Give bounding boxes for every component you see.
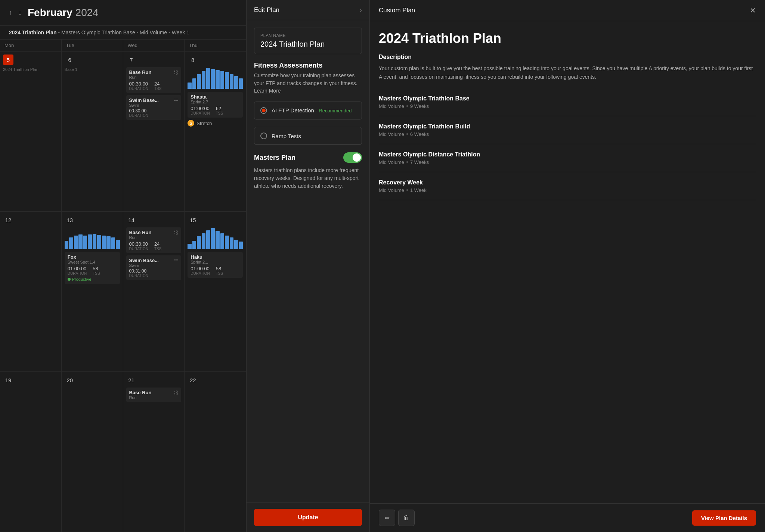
component-build-name: Masters Olympic Triathlon Build [379, 123, 756, 130]
chart-day-8 [188, 67, 243, 90]
custom-plan-title: Custom Plan [379, 7, 415, 14]
swim-base-7[interactable]: Swim Base... Swim ≡≡ 00:30:00 DURATION [126, 95, 182, 120]
edit-button[interactable]: ✏ [379, 510, 395, 526]
learn-more-link[interactable]: Learn More [254, 88, 281, 94]
swim-base-14[interactable]: Swim Base... Swim ≡≡ 00:31:00 DURATION [126, 255, 182, 280]
day-header-thu: Thu [185, 40, 246, 51]
day-number-22: 22 [188, 375, 198, 385]
swim-base-14-sub: Swim [129, 263, 159, 268]
plan-main-title: 2024 Triathlon Plan [379, 30, 756, 46]
description-section: Description Your custom plan is built to… [379, 54, 756, 81]
day-number-6: 6 [65, 55, 75, 65]
ai-ftp-label: AI FTP Detection [272, 107, 314, 113]
ramp-tests-radio[interactable] [260, 133, 267, 139]
workout-base-run-14[interactable]: Base Run Run ⛓ 00:30:00 DURATION 24 TSS [126, 227, 182, 253]
custom-plan-footer: ✏ 🗑 View Plan Details [370, 503, 765, 532]
edit-plan-body: PLAN NAME 2024 Triathlon Plan Fitness As… [247, 20, 369, 503]
haku-name: Haku [191, 254, 240, 260]
edit-plan-panel: Edit Plan › PLAN NAME 2024 Triathlon Pla… [247, 0, 370, 532]
workout-haku[interactable]: Haku Sprint 2.1 01:00:00 DURATION 58 TSS [188, 252, 243, 278]
day-cell-15: 15 Haku Sprint 2.1 [185, 212, 246, 371]
dot-1 [406, 105, 408, 107]
ai-ftp-radio[interactable] [260, 107, 267, 114]
shasta-name: Shasta [191, 94, 240, 100]
month-title: February 2024 [28, 7, 99, 19]
calendar-section: ↑ ↓ February 2024 2024 Triathlon Plan - … [0, 0, 247, 532]
base-run-14-meta: 00:30:00 DURATION 24 TSS [129, 241, 179, 251]
ramp-tests-label: Ramp Tests [272, 133, 301, 139]
component-build-meta: Mid Volume 6 Weeks [379, 131, 756, 137]
workout-meta-7: 00:30:00 DURATION 24 TSS [129, 81, 179, 91]
day-number-7: 7 [126, 55, 137, 65]
day-cell-20: 20 [62, 372, 123, 532]
day-cell-8: 8 Shasta Sprint 2.7 [185, 52, 246, 211]
description-heading: Description [379, 54, 756, 60]
component-base-meta: Mid Volume 9 Weeks [379, 103, 756, 109]
component-build: Masters Olympic Triathlon Build Mid Volu… [379, 116, 756, 144]
week-row-3: 19 20 21 Base Run Run ⛓ 22 [0, 372, 246, 532]
component-distance: Masters Olympic Distance Triathlon Mid V… [379, 144, 756, 172]
day-cell-14: 14 Base Run Run ⛓ 00:30:00 DURATION [123, 212, 185, 371]
component-recovery-meta: Mid Volume 1 Week [379, 187, 756, 193]
workout-name-base-run-7: Base Run [129, 69, 152, 75]
update-button[interactable]: Update [254, 509, 362, 526]
day-cell-12: 12 [0, 212, 62, 371]
chart-day-13 [65, 227, 120, 250]
custom-plan-panel: Custom Plan ✕ 2024 Triathlon Plan Descri… [370, 0, 765, 532]
chart-day-15 [188, 227, 243, 250]
delete-button[interactable]: 🗑 [398, 510, 415, 526]
workout-type-run-7: Run [129, 75, 152, 80]
bars-icon-7: ≡≡ [173, 97, 178, 102]
day-5-plan-label: 2024 Triathlon Plan [3, 67, 58, 72]
base-run-14-type: Run [129, 235, 152, 240]
plan-banner: 2024 Triathlon Plan - Masters Olympic Tr… [0, 26, 246, 40]
view-plan-details-button[interactable]: View Plan Details [692, 510, 756, 526]
workout-base-run-21[interactable]: Base Run Run ⛓ [126, 388, 182, 402]
day-cell-6: 6 Base 1 [62, 52, 123, 211]
fox-name: Fox [68, 254, 117, 260]
day-header-mon: Mon [0, 40, 62, 51]
close-button[interactable]: ✕ [750, 6, 756, 15]
ai-ftp-option[interactable]: AI FTP Detection - Recommended [254, 102, 362, 119]
haku-sub: Sprint 2.1 [191, 260, 240, 264]
day-number-13: 13 [65, 215, 75, 225]
nav-down-button[interactable]: ↓ [18, 9, 22, 17]
link-icon-21: ⛓ [173, 390, 178, 396]
day-cell-21: 21 Base Run Run ⛓ [123, 372, 185, 532]
swim-base-sub-7: Swim [129, 103, 159, 108]
workout-base-run-7[interactable]: Base Run Run ⛓ 00:30:00 DURATION 24 TSS [126, 67, 182, 93]
shasta-sub: Sprint 2.7 [191, 100, 240, 104]
nav-up-button[interactable]: ↑ [9, 9, 12, 17]
plan-name-label: PLAN NAME [260, 33, 356, 38]
plan-name-section: PLAN NAME 2024 Triathlon Plan [254, 28, 362, 54]
ramp-tests-option[interactable]: Ramp Tests [254, 127, 362, 145]
link-icon-14: ⛓ [173, 230, 178, 236]
masters-plan-desc: Masters triathlon plans include more fre… [254, 167, 362, 190]
day-number-5: 5 [3, 55, 13, 65]
dot-3 [406, 161, 408, 163]
masters-plan-header: Masters Plan [254, 152, 362, 163]
day-number-21: 21 [126, 375, 137, 385]
fox-meta: 01:00:00 DURATION 58 TSS [68, 266, 117, 276]
day-number-20: 20 [65, 375, 75, 385]
masters-toggle[interactable] [343, 152, 362, 163]
stretch-icon: S [188, 120, 194, 127]
chevron-right-icon: › [360, 6, 362, 14]
day-cell-7: 7 Base Run Run ⛓ 00:30:00 DURATION [123, 52, 185, 211]
base-run-21-name: Base Run [129, 390, 152, 395]
day-header-tue: Tue [62, 40, 123, 51]
haku-meta: 01:00:00 DURATION 58 TSS [191, 266, 240, 276]
base-run-21-type: Run [129, 395, 152, 400]
swim-base-14-name: Swim Base... [129, 258, 159, 263]
workout-fox[interactable]: Fox Sweet Spot 1.4 01:00:00 DURATION 58 … [65, 252, 120, 284]
recommended-badge: - Recommended [316, 108, 351, 113]
masters-plan-section: Masters Plan Masters triathlon plans inc… [254, 152, 362, 190]
day-cell-19: 19 [0, 372, 62, 532]
day-cell-5: 5 2024 Triathlon Plan [0, 52, 62, 211]
day-number-12: 12 [3, 215, 13, 225]
description-text: Your custom plan is built to give you th… [379, 64, 756, 81]
workout-shasta[interactable]: Shasta Sprint 2.7 01:00:00 DURATION 62 T… [188, 92, 243, 118]
edit-plan-header: Edit Plan › [247, 0, 369, 20]
calendar-grid: 5 2024 Triathlon Plan 6 Base 1 7 Base Ru… [0, 52, 246, 532]
productive-badge: Productive [68, 277, 92, 281]
